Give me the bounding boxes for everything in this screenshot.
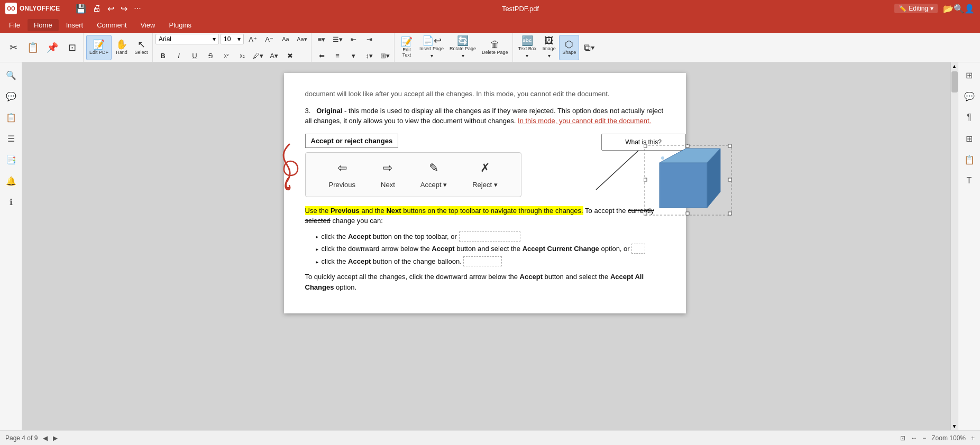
text-box-button[interactable]: 🔤 Text Box ▾ (516, 35, 539, 60)
right-sidebar-table-icon[interactable]: ⊞ (961, 130, 978, 147)
menu-comment[interactable]: Comment (90, 19, 133, 31)
edit-text-icon: 📝 (401, 37, 413, 47)
edit-text-button[interactable]: 📝 EditText (397, 35, 416, 60)
right-sidebar-page-icon[interactable]: 📋 (961, 151, 978, 168)
accept-all-para: To quickly accept all the changes, click… (305, 272, 665, 292)
line-spacing-button[interactable]: ↕▾ (362, 48, 377, 63)
scroll-thumb[interactable] (951, 71, 958, 92)
hand-icon: ✋ (116, 40, 127, 49)
zoom-in-btn[interactable]: + (971, 434, 975, 442)
scroll-up-btn[interactable]: ▲ (952, 63, 957, 69)
menu-view[interactable]: View (134, 19, 162, 31)
font-size-adjust-button[interactable]: Aa▾ (295, 32, 309, 47)
reject-button[interactable]: ✗ Reject ▾ (460, 159, 510, 190)
strikethrough-button[interactable]: S (203, 48, 218, 63)
cut-button[interactable]: ✂ (4, 35, 23, 60)
underline-button[interactable]: U (187, 48, 202, 63)
font-decrease-button[interactable]: A⁻ (262, 32, 277, 47)
number-list-button[interactable]: ☰▾ (330, 32, 345, 47)
right-sidebar-icon-1[interactable]: ⊞ (961, 67, 978, 84)
sidebar-notification-icon[interactable]: 🔔 (3, 172, 20, 189)
arrange-button[interactable]: ⧉▾ (580, 35, 599, 60)
undo-icon[interactable]: ↩ (107, 4, 114, 14)
right-sidebar-icon-2[interactable]: 💬 (961, 88, 978, 105)
insert-page-button[interactable]: 📄↩ Insert Page ▾ (417, 35, 446, 60)
italic-button[interactable]: I (171, 48, 186, 63)
image-button[interactable]: 🖼 Image ▾ (539, 35, 558, 60)
bold-button[interactable]: B (155, 48, 170, 63)
menu-plugins[interactable]: Plugins (162, 19, 198, 31)
align-left-button[interactable]: ⬅ (314, 48, 329, 63)
outdent-button[interactable]: ⇤ (346, 32, 361, 47)
paste-button[interactable]: 📌 (43, 35, 62, 60)
svg-rect-8 (644, 178, 647, 181)
title-bar: OO ONLYOFFICE 💾 🖨 ↩ ↪ ··· TestPDF.pdf ✏️… (0, 0, 980, 17)
align-right-chevron[interactable]: ▾ (346, 48, 361, 63)
font-name-selector[interactable]: Arial ▾ (155, 34, 219, 44)
select-all-button[interactable]: ⊡ (62, 35, 81, 60)
save-icon[interactable]: 💾 (76, 4, 86, 14)
scroll-down-btn[interactable]: ▼ (952, 423, 957, 429)
menu-home[interactable]: Home (28, 19, 59, 31)
shape-button[interactable]: ⬡ Shape (559, 35, 579, 60)
open-location-icon[interactable]: 📂 (943, 4, 954, 14)
sidebar-info-icon[interactable]: ℹ (3, 193, 20, 210)
copy-button[interactable]: 📋 (23, 35, 42, 60)
hand-button[interactable]: ✋ Hand (112, 35, 131, 60)
delete-page-button[interactable]: 🗑 Delete Page (479, 35, 511, 60)
edit-pdf-button[interactable]: 📝 Edit PDF (86, 35, 112, 60)
shape-label: Shape (562, 50, 576, 55)
reject-label: Reject ▾ (472, 180, 497, 190)
select-label: Select (135, 50, 148, 55)
doc-scrollbar[interactable]: ▲ ▼ (950, 62, 958, 430)
page-next-btn[interactable]: ▶ (53, 434, 58, 442)
text-box-label: Text Box (518, 47, 537, 52)
indent-button[interactable]: ⇥ (362, 32, 377, 47)
avatar-icon[interactable]: 👤 (964, 4, 975, 14)
sidebar-comment-icon[interactable]: 💬 (3, 88, 20, 105)
fit-width-icon[interactable]: ↔ (911, 434, 917, 442)
print-icon[interactable]: 🖨 (93, 4, 101, 13)
bullet-list-button[interactable]: ≡▾ (314, 32, 329, 47)
font-increase-button[interactable]: A⁺ (245, 32, 260, 47)
search-header-icon[interactable]: 🔍 (954, 4, 964, 14)
select-button[interactable]: ↖ Select (132, 35, 151, 60)
superscript-button[interactable]: x² (219, 48, 234, 63)
sidebar-bookmark-icon[interactable]: 📑 (3, 151, 20, 168)
arrange-icon: ⧉▾ (584, 43, 595, 52)
menu-file[interactable]: File (3, 19, 26, 31)
bullet-2-arrow: ▸ (316, 245, 318, 254)
highlighted-para: Use the Previous and the Next buttons on… (305, 206, 665, 226)
sidebar-search-icon[interactable]: 🔍 (3, 67, 20, 84)
menu-insert[interactable]: Insert (60, 19, 90, 31)
zoom-out-btn[interactable]: − (922, 434, 926, 442)
right-sidebar-text-icon[interactable]: T (961, 172, 978, 189)
sidebar-pages-icon[interactable]: 📋 (3, 109, 20, 126)
subscript-button[interactable]: x₂ (235, 48, 250, 63)
font-color-button[interactable]: A▾ (267, 48, 281, 63)
accept-button[interactable]: ✎ Accept ▾ (408, 159, 460, 190)
page-prev-btn[interactable]: ◀ (43, 434, 48, 442)
sidebar-headings-icon[interactable]: ☰ (3, 130, 20, 147)
right-sidebar-paragraph-icon[interactable]: ¶ (961, 109, 978, 126)
next-button[interactable]: ⇨ Next (368, 159, 408, 190)
fit-page-icon[interactable]: ⊡ (900, 434, 905, 442)
svg-rect-5 (728, 212, 731, 215)
font-case-button[interactable]: Aa (278, 32, 293, 47)
paste-icon: 📌 (47, 43, 58, 52)
columns-button[interactable]: ⊞▾ (378, 48, 392, 63)
bullet-1-text: click the Accept button on the top toolb… (321, 231, 520, 242)
callout-line-svg (580, 142, 654, 206)
rotate-page-button[interactable]: 🔄 Rotate Page ▾ (447, 35, 479, 60)
highlight-previous-text: Use the Previous and the Next buttons on… (305, 206, 583, 215)
highlight-button[interactable]: 🖊▾ (251, 48, 265, 63)
previous-button[interactable]: ⇦ Previous (316, 159, 369, 190)
accept-label: Accept ▾ (420, 180, 447, 190)
redo-icon[interactable]: ↪ (121, 4, 127, 14)
more-icon[interactable]: ··· (134, 4, 141, 13)
font-size-selector[interactable]: 10 ▾ (221, 34, 244, 44)
clear-format-button[interactable]: ✖ (282, 48, 297, 63)
editing-icon: ✏️ (899, 5, 906, 12)
align-center-button[interactable]: ≡ (330, 48, 345, 63)
editing-button[interactable]: ✏️ Editing ▾ (894, 4, 938, 13)
